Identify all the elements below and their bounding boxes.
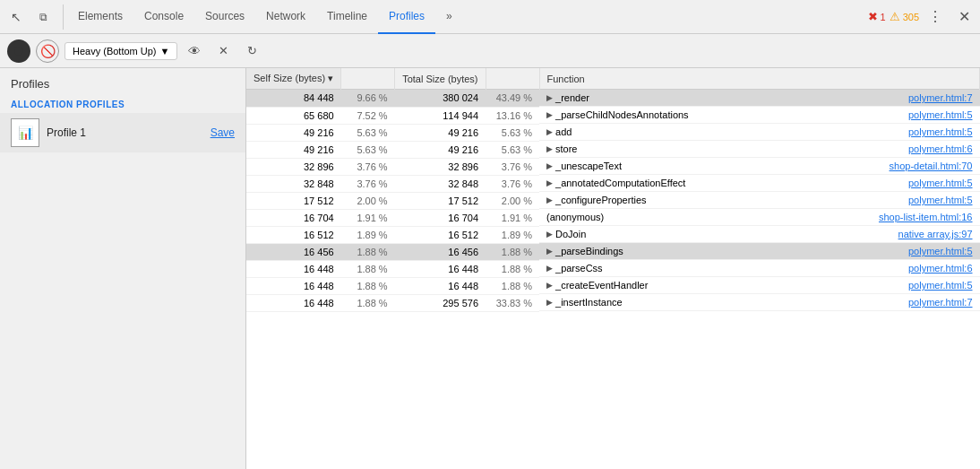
cell-total-pct: 13.16 % (486, 107, 539, 124)
close-devtools-button[interactable]: ✕ (951, 4, 976, 30)
file-link[interactable]: polymer.html:5 (890, 246, 973, 256)
cell-self-size: 49 216 (246, 141, 341, 158)
cell-self-size: 16 448 (246, 277, 341, 294)
header-self-size[interactable]: Self Size (bytes) ▾ (246, 68, 341, 90)
file-link[interactable]: polymer.html:6 (890, 263, 973, 274)
file-link[interactable]: native array.js:97 (881, 229, 973, 239)
tab-more[interactable]: » (435, 0, 463, 34)
stop-icon: 🚫 (40, 44, 56, 58)
warning-count: 305 (903, 12, 919, 22)
file-link[interactable]: shop-detail.html:70 (872, 161, 973, 171)
table-row[interactable]: 16 4481.88 %16 4481.88 %▶_createEventHan… (246, 277, 980, 294)
table-row[interactable]: 49 2165.63 %49 2165.63 %▶storepolymer.ht… (246, 141, 980, 158)
cell-self-size: 84 448 (246, 90, 341, 108)
more-menu-button[interactable]: ⋮ (923, 4, 948, 30)
table-row[interactable]: 16 7041.91 %16 7041.91 %(anonymous)shop-… (246, 209, 980, 226)
table-row[interactable]: 49 2165.63 %49 2165.63 %▶addpolymer.html… (246, 124, 980, 141)
expand-arrow-icon[interactable]: ▶ (546, 144, 553, 153)
expand-arrow-icon[interactable]: ▶ (546, 178, 553, 187)
expand-arrow-icon[interactable]: ▶ (546, 110, 553, 119)
focus-button[interactable]: 👁 (183, 39, 206, 63)
cell-total-size: 49 216 (395, 141, 486, 158)
table-row[interactable]: 65 6807.52 %114 94413.16 %▶_parseChildNo… (246, 107, 980, 124)
file-link[interactable]: polymer.html:5 (890, 195, 973, 205)
file-link[interactable]: polymer.html:5 (890, 109, 973, 120)
table-row[interactable]: 32 8483.76 %32 8483.76 %▶_annotatedCompu… (246, 175, 980, 192)
expand-arrow-icon[interactable]: ▶ (546, 93, 553, 102)
cell-total-size: 295 576 (395, 294, 486, 311)
cell-total-size: 16 456 (395, 243, 486, 260)
table-row[interactable]: 16 5121.89 %16 5121.89 %▶DoJoinnative ar… (246, 226, 980, 243)
expand-arrow-icon[interactable]: ▶ (546, 161, 553, 170)
clear-icon: ✕ (219, 44, 228, 57)
table-row[interactable]: 16 4561.88 %16 4561.88 %▶_parseBindingsp… (246, 243, 980, 260)
cursor-icon-btn[interactable]: ↖ (4, 4, 29, 30)
cell-function: ▶_createEventHandlerpolymer.html:5 (539, 277, 979, 294)
expand-arrow-icon[interactable]: ▶ (546, 298, 553, 307)
clear-button[interactable]: ✕ (211, 39, 235, 63)
expand-arrow-icon[interactable]: ▶ (546, 247, 553, 256)
toolbar-right: ✖ 1 ⚠ 305 ⋮ ✕ (868, 4, 976, 30)
sort-dropdown[interactable]: Heavy (Bottom Up) ▼ (64, 42, 177, 60)
file-link[interactable]: polymer.html:7 (890, 92, 973, 103)
main-content: Profiles ALLOCATION PROFILES 📊 Profile 1… (0, 68, 980, 469)
expand-arrow-icon[interactable]: ▶ (546, 264, 553, 273)
expand-arrow-icon[interactable]: ▶ (546, 281, 553, 290)
file-link[interactable]: polymer.html:5 (890, 178, 973, 188)
stop-button[interactable]: 🚫 (36, 39, 59, 63)
cell-total-pct: 33.83 % (486, 294, 539, 311)
layers-icon-btn[interactable]: ⧉ (30, 4, 56, 30)
tab-timeline[interactable]: Timeline (316, 0, 378, 34)
table-row[interactable]: 16 4481.88 %16 4481.88 %▶_parseCsspolyme… (246, 260, 980, 277)
expand-arrow-icon[interactable]: ▶ (546, 195, 553, 204)
record-button[interactable] (7, 39, 30, 63)
refresh-icon: ↻ (247, 44, 257, 57)
function-label: add (555, 126, 572, 137)
header-self-pct (341, 68, 395, 90)
file-link[interactable]: shop-list-item.html:16 (861, 212, 973, 222)
file-link[interactable]: polymer.html:7 (890, 297, 973, 308)
warning-icon: ⚠ (890, 10, 900, 23)
profile-item[interactable]: 📊 Profile 1 Save (0, 113, 245, 152)
function-name: ▶_insertInstance (546, 297, 623, 308)
function-name: ▶_unescapeText (546, 161, 622, 171)
function-name: ▶store (546, 143, 577, 154)
cell-self-pct: 7.52 % (341, 107, 395, 124)
cell-self-pct: 2.00 % (341, 192, 395, 209)
function-name: ▶_parseBindings (546, 246, 623, 256)
tab-profiles[interactable]: Profiles (378, 0, 435, 34)
expand-arrow-icon[interactable]: ▶ (546, 230, 553, 239)
cell-self-pct: 5.63 % (341, 141, 395, 158)
table-row[interactable]: 84 4489.66 %380 02443.49 %▶_renderpolyme… (246, 90, 980, 108)
cell-total-pct: 5.63 % (486, 124, 539, 141)
file-link[interactable]: polymer.html:5 (890, 280, 973, 291)
table-row[interactable]: 32 8963.76 %32 8963.76 %▶_unescapeTextsh… (246, 158, 980, 175)
expand-arrow-icon[interactable]: ▶ (546, 127, 553, 136)
function-name: ▶_annotatedComputationEffect (546, 178, 685, 188)
cell-function: ▶_parseBindingspolymer.html:5 (539, 243, 979, 260)
cell-self-pct: 1.91 % (341, 209, 395, 226)
refresh-button[interactable]: ↻ (240, 39, 263, 63)
tab-network[interactable]: Network (255, 0, 316, 34)
cell-total-size: 16 512 (395, 226, 486, 243)
cell-function: ▶storepolymer.html:6 (539, 141, 979, 158)
function-label: _unescapeText (555, 161, 622, 171)
header-total-size[interactable]: Total Size (bytes) (395, 68, 486, 90)
cell-self-pct: 1.88 % (341, 243, 395, 260)
file-link[interactable]: polymer.html:5 (890, 126, 973, 137)
layers-icon: ⧉ (39, 11, 47, 23)
function-label: _configureProperties (555, 195, 647, 205)
cell-function: ▶addpolymer.html:5 (539, 124, 979, 141)
header-function[interactable]: Function (539, 68, 979, 90)
file-link[interactable]: polymer.html:6 (890, 143, 973, 154)
tab-sources[interactable]: Sources (194, 0, 255, 34)
eye-icon: 👁 (188, 44, 201, 58)
cell-total-size: 32 896 (395, 158, 486, 175)
table-row[interactable]: 16 4481.88 %295 57633.83 %▶_insertInstan… (246, 294, 980, 311)
tab-elements[interactable]: Elements (67, 0, 133, 34)
save-link[interactable]: Save (211, 126, 235, 139)
function-label: _parseCss (555, 263, 603, 274)
table-row[interactable]: 17 5122.00 %17 5122.00 %▶_configurePrope… (246, 192, 980, 209)
cell-total-pct: 1.88 % (486, 277, 539, 294)
tab-console[interactable]: Console (133, 0, 194, 34)
